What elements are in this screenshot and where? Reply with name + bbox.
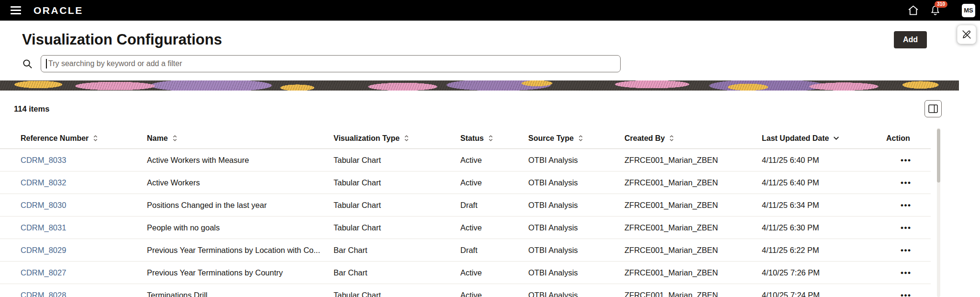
reference-number-link[interactable]: CDRM_8033 bbox=[21, 156, 66, 164]
search-input[interactable] bbox=[41, 55, 621, 72]
cell-visualization-type: Tabular Chart bbox=[334, 156, 460, 165]
cell-source-type: OTBI Analysis bbox=[528, 156, 624, 165]
text-cursor bbox=[46, 59, 47, 69]
notification-count-badge: 310 bbox=[935, 1, 947, 8]
column-label: Created By bbox=[624, 134, 665, 143]
cell-source-type: OTBI Analysis bbox=[528, 178, 624, 187]
search-icon bbox=[22, 58, 33, 69]
user-avatar[interactable]: MS bbox=[962, 4, 975, 17]
row-actions-button[interactable]: ••• bbox=[900, 154, 912, 166]
reference-number-link[interactable]: CDRM_8029 bbox=[21, 246, 66, 254]
row-actions-button[interactable]: ••• bbox=[900, 244, 912, 256]
edit-mode-toggle-button[interactable] bbox=[957, 25, 976, 44]
cell-name: Active Workers with Measure bbox=[147, 156, 334, 165]
cell-source-type: OTBI Analysis bbox=[528, 268, 624, 277]
items-count: 114 items bbox=[14, 104, 49, 114]
column-header-status[interactable]: Status bbox=[460, 134, 528, 143]
global-header: ORACLE 310 MS bbox=[0, 0, 980, 21]
sort-icon bbox=[578, 134, 583, 142]
search-input-wrap bbox=[41, 55, 621, 72]
column-label: Name bbox=[147, 134, 168, 143]
reference-number-link[interactable]: CDRM_8028 bbox=[21, 291, 66, 297]
cell-name: Positions Changed in the last year bbox=[147, 201, 334, 210]
sort-icon bbox=[404, 134, 409, 142]
cell-last-updated: 4/11/25 6:34 PM bbox=[762, 201, 886, 210]
cell-created-by: ZFRCE001_Marian_ZBEN bbox=[624, 156, 762, 165]
cell-last-updated: 4/11/25 6:40 PM bbox=[762, 156, 886, 165]
table-scrollbar-thumb[interactable] bbox=[937, 129, 940, 183]
cell-created-by: ZFRCE001_Marian_ZBEN bbox=[624, 201, 762, 210]
column-header-created-by[interactable]: Created By bbox=[624, 134, 762, 143]
cell-status: Active bbox=[460, 223, 528, 232]
page-title: Visualization Configurations bbox=[22, 30, 222, 49]
cell-last-updated: 4/11/25 6:22 PM bbox=[762, 246, 886, 255]
column-header-name[interactable]: Name bbox=[147, 134, 334, 143]
row-actions-button[interactable]: ••• bbox=[900, 289, 912, 297]
cell-created-by: ZFRCE001_Marian_ZBEN bbox=[624, 178, 762, 187]
hamburger-menu-icon[interactable] bbox=[11, 6, 21, 14]
cell-source-type: OTBI Analysis bbox=[528, 201, 624, 210]
oracle-logo: ORACLE bbox=[33, 5, 83, 16]
table-row-partial: CDRM_8028 Terminations Drill Tabular Cha… bbox=[0, 284, 931, 297]
table-scrollbar-track[interactable] bbox=[937, 128, 940, 297]
cell-name: Previous Year Terminations by Country bbox=[147, 268, 334, 277]
search-bar bbox=[22, 55, 980, 72]
cell-visualization-type: Tabular Chart bbox=[334, 291, 460, 297]
row-actions-button[interactable]: ••• bbox=[900, 177, 912, 189]
add-button[interactable]: Add bbox=[894, 31, 927, 48]
cell-status: Active bbox=[460, 178, 528, 187]
results-toolbar: 114 items bbox=[0, 91, 980, 117]
row-actions-button[interactable]: ••• bbox=[900, 199, 912, 211]
cell-visualization-type: Tabular Chart bbox=[334, 223, 460, 232]
header-actions: 310 MS bbox=[907, 4, 975, 17]
cell-name: People with no goals bbox=[147, 223, 334, 232]
cell-source-type: OTBI Analysis bbox=[528, 291, 624, 297]
reference-number-link[interactable]: CDRM_8030 bbox=[21, 201, 66, 209]
cell-source-type: OTBI Analysis bbox=[528, 246, 624, 255]
column-label: Source Type bbox=[528, 134, 574, 143]
cell-last-updated: 4/10/25 7:26 PM bbox=[762, 268, 886, 277]
application-window: ORACLE 310 MS Visualization bbox=[0, 0, 980, 297]
sort-icon bbox=[669, 134, 674, 142]
notifications: 310 bbox=[930, 4, 941, 16]
cell-status: Draft bbox=[460, 246, 528, 255]
column-header-last-updated-date[interactable]: Last Updated Date bbox=[762, 134, 886, 143]
home-icon[interactable] bbox=[907, 5, 919, 16]
column-label: Visualization Type bbox=[334, 134, 400, 143]
column-header-source-type[interactable]: Source Type bbox=[528, 134, 624, 143]
column-header-visualization-type[interactable]: Visualization Type bbox=[334, 134, 460, 143]
column-label: Reference Number bbox=[21, 134, 89, 143]
sort-icon bbox=[488, 134, 493, 142]
cell-status: Draft bbox=[460, 201, 528, 210]
manage-columns-button[interactable] bbox=[924, 100, 942, 117]
cell-name: Active Workers bbox=[147, 178, 334, 187]
table-row: CDRM_8029 Previous Year Terminations by … bbox=[0, 239, 931, 262]
cell-created-by: ZFRCE001_Marian_ZBEN bbox=[624, 223, 762, 232]
cell-visualization-type: Bar Chart bbox=[334, 246, 460, 255]
table-row: CDRM_8032 Active Workers Tabular Chart A… bbox=[0, 171, 931, 194]
cell-status: Active bbox=[460, 291, 528, 297]
sort-desc-icon bbox=[833, 136, 839, 140]
table-row: CDRM_8030 Positions Changed in the last … bbox=[0, 194, 931, 217]
column-header-action: Action bbox=[886, 134, 931, 143]
column-header-reference-number[interactable]: Reference Number bbox=[21, 134, 147, 143]
cell-status: Active bbox=[460, 268, 528, 277]
cell-visualization-type: Tabular Chart bbox=[334, 201, 460, 210]
row-actions-button[interactable]: ••• bbox=[900, 267, 912, 279]
sort-icon bbox=[172, 134, 178, 142]
column-label: Status bbox=[460, 134, 484, 143]
cell-name: Previous Year Terminations by Location w… bbox=[147, 246, 334, 255]
sort-icon bbox=[93, 134, 98, 142]
reference-number-link[interactable]: CDRM_8027 bbox=[21, 268, 66, 277]
cell-last-updated: 4/11/25 6:40 PM bbox=[762, 178, 886, 187]
reference-number-link[interactable]: CDRM_8032 bbox=[21, 178, 66, 187]
configurations-table: Reference Number Name Visualization Type… bbox=[0, 128, 980, 297]
column-label: Last Updated Date bbox=[762, 134, 829, 143]
row-actions-button[interactable]: ••• bbox=[900, 222, 912, 234]
pencil-slash-icon bbox=[961, 29, 972, 40]
table-row: CDRM_8033 Active Workers with Measure Ta… bbox=[0, 149, 931, 171]
reference-number-link[interactable]: CDRM_8031 bbox=[21, 223, 66, 232]
table-header-row: Reference Number Name Visualization Type… bbox=[0, 128, 931, 149]
cell-visualization-type: Tabular Chart bbox=[334, 178, 460, 187]
page-header: Visualization Configurations Add bbox=[0, 21, 980, 49]
